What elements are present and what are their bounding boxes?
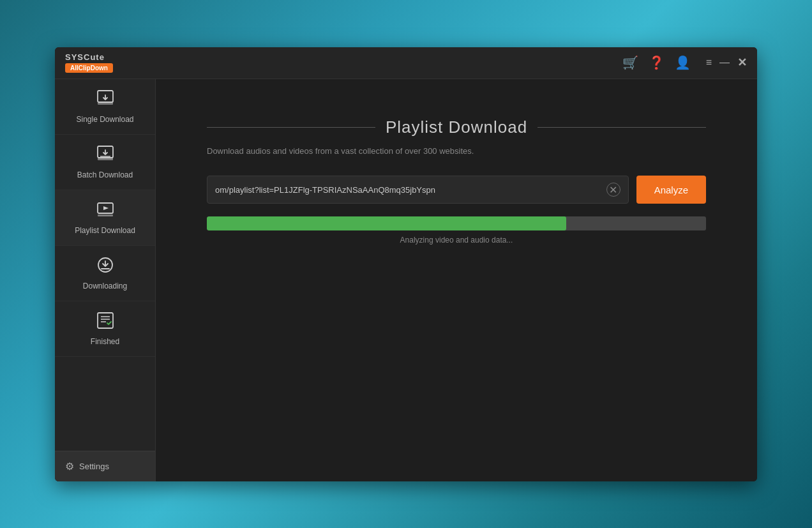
svg-rect-4 (98, 158, 113, 160)
sidebar-settings[interactable]: ⚙ Settings (55, 451, 155, 481)
sidebar-label-batch-download: Batch Download (77, 170, 133, 179)
progress-text: Analyzing video and audio data... (207, 236, 706, 245)
title-bar-right: 🛒 ❓ 👤 ≡ — ✕ (622, 55, 747, 70)
sidebar-label-finished: Finished (91, 337, 119, 346)
app-name: SYSCute (65, 52, 105, 62)
main-content: Single Download Batch Download (55, 79, 757, 481)
playlist-download-icon (96, 200, 114, 222)
sidebar-label-downloading: Downloading (83, 282, 127, 290)
progress-fill (207, 216, 566, 230)
app-window: SYSCute AllClipDown 🛒 ❓ 👤 ≡ — ✕ (55, 47, 757, 481)
menu-button[interactable]: ≡ (706, 57, 712, 68)
svg-rect-1 (98, 102, 113, 105)
url-input-wrapper: ✕ (207, 176, 629, 204)
progress-container: Analyzing video and audio data... (207, 216, 706, 245)
header-line-left (207, 127, 375, 128)
settings-label: Settings (79, 462, 109, 471)
cart-icon[interactable]: 🛒 (622, 55, 638, 70)
user-add-icon[interactable]: 👤 (675, 55, 691, 70)
analyze-button[interactable]: Analyze (636, 176, 706, 204)
settings-icon: ⚙ (65, 460, 74, 472)
svg-rect-10 (98, 313, 113, 328)
svg-marker-6 (103, 206, 109, 210)
clear-button[interactable]: ✕ (606, 183, 620, 197)
finished-icon (96, 312, 114, 333)
page-header: Playlist Download (207, 117, 706, 137)
sidebar-item-downloading[interactable]: Downloading (55, 246, 155, 301)
sidebar-label-single-download: Single Download (76, 115, 133, 124)
sidebar-label-playlist-download: Playlist Download (75, 226, 135, 235)
app-badge: AllClipDown (65, 63, 113, 73)
header-line-right (538, 127, 706, 128)
downloading-icon (96, 256, 114, 278)
minimize-button[interactable]: — (719, 57, 730, 68)
title-bar-left: SYSCute AllClipDown (65, 52, 113, 73)
content-panel: Playlist Download Download audios and vi… (156, 79, 757, 481)
title-bar: SYSCute AllClipDown 🛒 ❓ 👤 ≡ — ✕ (55, 47, 757, 79)
page-subtitle: Download audios and videos from a vast c… (207, 145, 706, 158)
sidebar-spacer (55, 357, 155, 451)
page-title: Playlist Download (386, 117, 527, 137)
progress-bar (207, 216, 706, 230)
help-icon[interactable]: ❓ (649, 55, 665, 70)
window-controls: ≡ — ✕ (706, 56, 747, 70)
close-button[interactable]: ✕ (737, 56, 747, 70)
sidebar-item-finished[interactable]: Finished (55, 301, 155, 357)
sidebar: Single Download Batch Download (55, 79, 156, 481)
url-input[interactable] (215, 185, 606, 195)
sidebar-item-single-download[interactable]: Single Download (55, 79, 155, 135)
url-row: ✕ Analyze (207, 176, 706, 204)
sidebar-item-playlist-download[interactable]: Playlist Download (55, 190, 155, 246)
single-download-icon (96, 89, 114, 111)
batch-download-icon (96, 145, 114, 167)
sidebar-item-batch-download[interactable]: Batch Download (55, 135, 155, 190)
svg-rect-7 (98, 215, 113, 216)
